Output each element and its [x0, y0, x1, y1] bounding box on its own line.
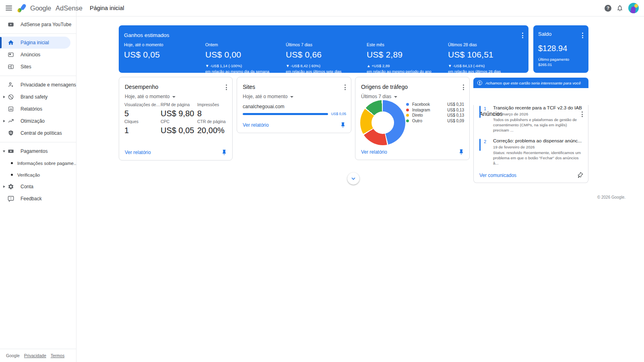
reports-icon [7, 105, 14, 113]
brand-safety-icon [7, 93, 14, 101]
metric-clicks: Cliques 1 [124, 119, 161, 135]
trending-up-icon [7, 117, 14, 125]
adsense-logo[interactable]: GoogleAdSense [17, 3, 83, 13]
sidebar: AdSense para YouTube Página inicial Anún… [0, 16, 76, 362]
collapse-arrow-icon[interactable] [3, 150, 5, 152]
sidebar-item-adsense-youtube[interactable]: AdSense para YouTube [0, 19, 76, 31]
kebab-menu-icon[interactable] [224, 82, 229, 92]
legend-row-facebook: Facebook US$ 0,31 [406, 102, 464, 107]
expand-arrow-icon[interactable] [3, 96, 5, 98]
expand-arrow-icon[interactable] [3, 185, 5, 188]
legend-row-other: Outro US$ 0,09 [406, 118, 464, 124]
kebab-menu-icon[interactable] [580, 31, 585, 40]
metric-page-rpm: RPM de página US$ 9,80 [161, 102, 197, 118]
balance-card: Saldo $128.94 Último pagamento $265.01 [533, 25, 588, 73]
earnings-metric-month: Este mês US$ 2,89 ▲ +US$ 2,89 em relação… [367, 42, 446, 78]
site-earnings-bar-row: US$ 0,05 [243, 112, 346, 116]
kebab-menu-icon[interactable] [520, 31, 525, 40]
sidebar-item-privacy-messages[interactable]: Privacidade e mensagens [0, 79, 76, 91]
adsense-logo-icon [17, 3, 27, 13]
site-domain[interactable]: canalchegouai.com [243, 104, 284, 109]
pin-icon[interactable] [458, 149, 464, 155]
sidebar-item-policy-center[interactable]: Central de políticas [0, 127, 76, 139]
site-earnings-value: US$ 0,05 [331, 112, 346, 116]
announcement-date: 19 de fevereiro de 2026 [493, 145, 583, 149]
topbar-actions: ? [605, 3, 644, 13]
legend-row-instagram: Instagram US$ 0,13 [406, 107, 464, 113]
performance-card: Desempenho Hoje, até o momento Visualiza… [119, 77, 233, 160]
pin-outline-icon[interactable] [576, 171, 584, 180]
sidebar-item-brand-safety[interactable]: Brand safety [0, 91, 76, 103]
sidebar-item-home[interactable]: Página inicial [0, 37, 70, 49]
estimated-earnings-card: Ganhos estimados Hoje, até o momento US$… [119, 25, 528, 73]
menu-icon[interactable] [4, 3, 13, 13]
footer-google-label: Google [6, 353, 20, 358]
help-icon[interactable]: ? [605, 5, 611, 12]
view-report-link[interactable]: Ver relatório [361, 149, 387, 155]
announcements-body: Anúncios 1 Transição recente para a TCF … [473, 105, 588, 183]
bullet-icon [11, 162, 13, 164]
user-avatar[interactable] [628, 3, 639, 13]
sidebar-divider [0, 76, 76, 76]
policy-shield-icon [7, 130, 14, 137]
terms-link[interactable]: Termos [51, 353, 64, 358]
suggestion-badge-icon [477, 80, 482, 85]
view-announcements-link[interactable]: Ver comunicados [479, 173, 516, 178]
legend-row-direct: Direto US$ 0,13 [406, 113, 464, 118]
announcement-body: Todos os publishers e plataformas de ges… [493, 117, 583, 133]
suggestion-banner: Achamos que este cartão seria interessan… [473, 78, 588, 88]
announcement-body: Status: resolvido Recentemente, identifi… [493, 150, 583, 166]
chevron-down-icon [394, 96, 397, 98]
view-report-link[interactable]: Ver relatório [125, 150, 151, 155]
kebab-menu-icon[interactable] [343, 82, 347, 92]
sidebar-item-feedback[interactable]: Feedback [0, 193, 76, 205]
last-payment-label: Último pagamento [538, 57, 584, 62]
announcement-date: 2 de março de 2026 [493, 112, 583, 116]
privacy-link[interactable]: Privacidade [24, 353, 46, 358]
topbar-brand-area: GoogleAdSense [0, 0, 76, 16]
suggestion-banner-text: Achamos que este cartão seria interessan… [485, 81, 581, 85]
copyright-text: © 2026 Google. [597, 195, 625, 200]
view-report-link[interactable]: Ver relatório [243, 122, 269, 128]
page-title: Página inicial [90, 5, 124, 11]
ads-icon [7, 51, 14, 58]
traffic-period-select[interactable]: Últimos 7 dias [361, 94, 397, 99]
sites-title: Sites [243, 84, 255, 90]
legend-dot [406, 119, 409, 122]
brand-adsense: AdSense [56, 4, 83, 12]
traffic-title: Origens de tráfego [361, 84, 408, 90]
sidebar-item-payments[interactable]: Pagamentos [0, 145, 76, 157]
performance-period-select[interactable]: Hoje, até o momento [125, 94, 175, 99]
bullet-icon [11, 174, 13, 176]
performance-title: Desempenho [125, 84, 158, 90]
metric-impressions: Impressões 8 [197, 102, 233, 118]
sites-period-select[interactable]: Hoje, até o momento [243, 94, 293, 99]
announcement-item: 1 Transição recente para a TCF v2.3 do I… [479, 105, 583, 133]
expand-more-button[interactable] [347, 173, 359, 185]
sidebar-item-verification[interactable]: Verificação [0, 169, 76, 181]
sidebar-item-reports[interactable]: Relatórios [0, 103, 76, 115]
balance-amount: $128.94 [538, 44, 584, 53]
sidebar-item-payment-info[interactable]: Informações sobre pagame... [0, 157, 76, 169]
sidebar-item-account[interactable]: Conta [0, 181, 76, 193]
youtube-icon [7, 21, 14, 28]
sidebar-item-ads[interactable]: Anúncios [0, 49, 76, 61]
home-icon [7, 39, 14, 46]
pin-icon[interactable] [340, 122, 346, 128]
expand-arrow-icon[interactable] [3, 120, 5, 122]
kebab-menu-icon[interactable] [461, 82, 466, 92]
traffic-legend: Facebook US$ 0,31 Instagram US$ 0,13 Dir… [406, 102, 464, 123]
sidebar-item-optimization[interactable]: Otimização [0, 115, 76, 127]
pin-icon[interactable] [221, 149, 227, 156]
traffic-donut [360, 100, 405, 145]
announcement-title[interactable]: Transição recente para a TCF v2.3 do IAB [493, 105, 583, 111]
balance-title: Saldo [538, 31, 584, 37]
earnings-title: Ganhos estimados [124, 32, 169, 38]
announcements-card: Achamos que este cartão seria interessan… [473, 78, 588, 183]
chevron-down-icon [290, 96, 293, 98]
notifications-icon[interactable] [616, 4, 624, 12]
sidebar-item-sites[interactable]: Sites [0, 61, 76, 73]
announcement-title[interactable]: Correção: problema ao dispensar anúnc... [493, 138, 583, 144]
legend-dot [406, 114, 409, 117]
earnings-metric-28days: Últimos 28 dias US$ 106,51 ▼ -US$ 84,13 … [448, 42, 527, 74]
